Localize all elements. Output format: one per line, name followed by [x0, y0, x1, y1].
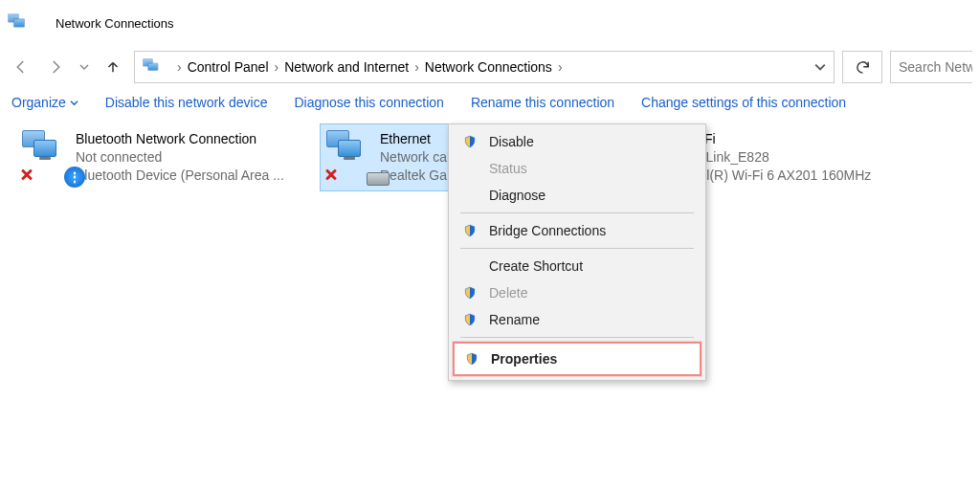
connection-device: Intel(R) Wi-Fi 6 AX201 160MHz [684, 167, 871, 185]
network-connections-icon [8, 6, 48, 41]
chevron-right-icon: › [558, 59, 563, 75]
breadcrumb-seg-2[interactable]: Network Connections [425, 59, 552, 75]
diagnose-button[interactable]: Diagnose this connection [294, 95, 443, 110]
forward-button[interactable] [42, 54, 69, 80]
context-menu-item-delete: Delete [449, 279, 705, 306]
context-menu-item-diagnose[interactable]: Diagnose [449, 182, 705, 209]
context-menu-separator [460, 248, 694, 249]
context-menu-item-rename[interactable]: Rename [449, 306, 705, 333]
command-bar: Organize Disable this network device Dia… [0, 87, 980, 118]
context-menu-separator [460, 212, 694, 213]
connection-device: Bluetooth Device (Personal Area ... [76, 167, 284, 185]
connection-status: Not connected [76, 148, 284, 167]
up-button[interactable] [100, 54, 126, 80]
connection-name: Bluetooth Network Connection [76, 130, 284, 148]
context-menu-item-disable[interactable]: Disable [449, 128, 705, 155]
chevron-down-icon [70, 99, 78, 107]
window-title: Network Connections [56, 16, 174, 31]
context-menu-item-label: Delete [489, 285, 527, 301]
bluetooth-icon: ⋮ [64, 167, 85, 188]
context-menu-item-create-shortcut[interactable]: Create Shortcut [449, 253, 705, 279]
error-x-icon [18, 167, 35, 184]
context-menu-item-label: Diagnose [489, 188, 546, 203]
rename-button[interactable]: Rename this connection [471, 95, 614, 110]
uac-shield-icon [462, 286, 478, 300]
uac-shield-icon [462, 135, 478, 148]
context-menu-item-bridge-connections[interactable]: Bridge Connections [449, 217, 705, 244]
context-menu-item-label: Properties [491, 351, 557, 367]
breadcrumb[interactable]: › Control Panel › Network and Internet ›… [134, 51, 835, 83]
chevron-right-icon: › [414, 59, 419, 75]
error-x-icon [323, 167, 340, 184]
search-placeholder: Search Netw [899, 59, 972, 75]
uac-shield-icon [462, 224, 478, 237]
network-adapter-icon [326, 130, 380, 180]
breadcrumb-icon [143, 50, 164, 85]
connections-list: ⋮ Bluetooth Network Connection Not conne… [0, 118, 980, 197]
chevron-right-icon: › [275, 59, 279, 75]
search-input[interactable]: Search Netw [890, 51, 972, 83]
disable-device-button[interactable]: Disable this network device [105, 95, 268, 110]
address-bar: › Control Panel › Network and Internet ›… [0, 47, 980, 87]
context-menu-item-label: Bridge Connections [489, 223, 606, 238]
back-button[interactable] [8, 54, 34, 80]
uac-shield-icon [462, 313, 478, 326]
context-menu-item-label: Status [489, 161, 527, 176]
context-menu-item-label: Create Shortcut [489, 258, 583, 274]
ethernet-port-icon [367, 172, 390, 186]
organize-menu[interactable]: Organize [11, 95, 78, 110]
breadcrumb-seg-1[interactable]: Network and Internet [284, 59, 409, 75]
recent-locations-button[interactable] [77, 54, 92, 80]
connection-status: TP-Link_E828 [684, 148, 871, 167]
context-menu-item-label: Disable [489, 134, 534, 149]
context-menu-item-label: Rename [489, 312, 540, 327]
uac-shield-icon [464, 352, 479, 366]
context-menu-item-status: Status [449, 155, 705, 182]
context-menu-separator [460, 337, 694, 338]
change-settings-button[interactable]: Change settings of this connection [641, 95, 846, 110]
connection-item-bluetooth[interactable]: ⋮ Bluetooth Network Connection Not conne… [15, 123, 312, 191]
context-menu-item-properties[interactable]: Properties [453, 342, 702, 376]
breadcrumb-seg-0[interactable]: Control Panel [188, 59, 269, 75]
context-menu: DisableStatusDiagnoseBridge ConnectionsC… [448, 123, 706, 381]
title-bar: Network Connections [0, 0, 980, 47]
connection-name: Wi-Fi [684, 130, 871, 148]
refresh-button[interactable] [842, 51, 882, 83]
chevron-right-icon: › [177, 59, 182, 75]
chevron-down-icon[interactable] [814, 61, 826, 73]
network-adapter-icon: ⋮ [22, 130, 76, 180]
